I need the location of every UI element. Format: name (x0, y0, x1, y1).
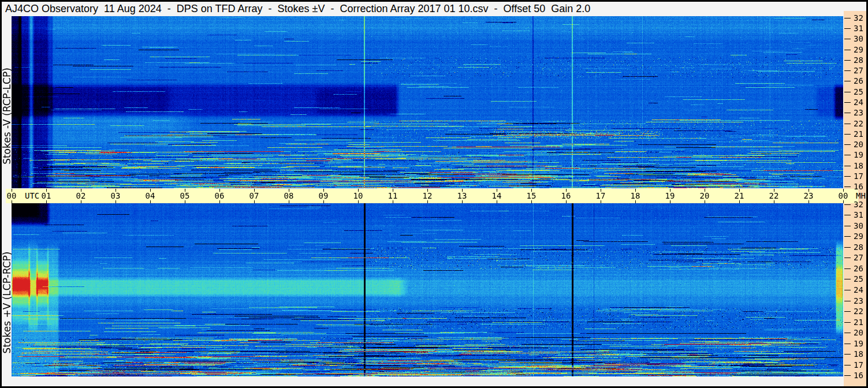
time-tick (705, 200, 705, 203)
freq-tick-label: 30 (854, 34, 867, 43)
freq-tick-label: 23 (854, 296, 867, 305)
freq-tick-label: 21 (854, 318, 867, 327)
freq-tick (844, 39, 851, 39)
freq-tick-label: 18 (854, 161, 867, 170)
freq-tick (844, 50, 851, 50)
freq-tick-label: 18 (854, 349, 867, 359)
time-tick-label: 11 (382, 191, 403, 200)
time-tick-label: 19 (660, 191, 680, 200)
freq-tick (844, 344, 851, 344)
time-tick (150, 200, 151, 203)
time-tick (739, 200, 740, 203)
time-tick-label: 16 (556, 191, 576, 200)
time-tick-label: 00 (833, 191, 854, 200)
freq-tick (844, 226, 851, 226)
spectrogram-canvas-stokes-posV (12, 203, 843, 376)
freq-tick-label: 26 (854, 76, 867, 85)
freq-tick (844, 268, 851, 269)
spectrograph-app-frame: AJ4CO Observatory 11 Aug 2024 - DPS on T… (0, 0, 868, 388)
page-title: AJ4CO Observatory 11 Aug 2024 - DPS on T… (5, 3, 590, 15)
freq-tick-label: 16 (854, 182, 867, 191)
freq-tick-label: 24 (854, 285, 867, 294)
time-tick-label: 02 (70, 191, 91, 200)
freq-tick-label: 21 (854, 129, 867, 139)
freq-tick-label: 32 (854, 13, 867, 23)
time-tick-label: 22 (763, 191, 784, 200)
freq-tick (844, 176, 851, 177)
panel-label-stokes-posV: Stokes +V (LCP-RCP) (1, 252, 13, 354)
time-tick (254, 200, 255, 203)
freq-tick (844, 375, 851, 376)
freq-tick-label: 32 (854, 200, 867, 209)
time-tick (635, 200, 636, 203)
time-tick (323, 200, 324, 203)
time-tick-label: 03 (105, 191, 126, 200)
time-tick-label: 18 (625, 191, 646, 200)
freq-tick-label: 29 (854, 232, 867, 241)
freq-tick (844, 236, 851, 237)
time-tick-label: 20 (694, 191, 715, 200)
time-tick-label: 09 (313, 191, 334, 200)
freq-tick (844, 258, 851, 258)
freq-tick (844, 311, 851, 312)
freq-tick (844, 365, 851, 365)
time-tick-label: 01 (36, 191, 57, 200)
freq-tick-label: 25 (854, 87, 867, 96)
freq-tick-label: 17 (854, 171, 867, 181)
time-tick-label: 15 (521, 191, 542, 200)
freq-tick-label: 19 (854, 339, 867, 348)
time-tick (774, 200, 774, 203)
time-tick (358, 200, 359, 203)
freq-tick (844, 28, 851, 29)
time-tick-label: 08 (278, 191, 299, 200)
time-tick-label: 10 (348, 191, 368, 200)
freq-tick-label: 29 (854, 45, 867, 54)
freq-tick (844, 204, 851, 205)
freq-tick (844, 60, 851, 61)
freq-tick (844, 290, 851, 290)
freq-tick-label: 23 (854, 108, 867, 117)
freq-tick-label: 25 (854, 274, 867, 283)
time-tick-label: 04 (140, 191, 161, 200)
freq-tick (844, 301, 851, 301)
freq-tick (844, 92, 851, 92)
freq-tick (844, 113, 851, 113)
time-tick-label: 13 (452, 191, 472, 200)
freq-tick-label: 22 (854, 119, 867, 128)
freq-tick (844, 102, 851, 103)
time-tick (670, 200, 670, 203)
freq-tick-label: 30 (854, 221, 867, 230)
time-tick (843, 200, 844, 203)
freq-tick-label: 31 (854, 24, 867, 33)
time-tick-label: 21 (729, 191, 750, 200)
mhz-unit-label: MHz (856, 191, 868, 200)
time-tick (427, 200, 428, 203)
freq-tick-label: 28 (854, 242, 867, 252)
panel-label-stokes-negV: Stokes -V (RCP-LCP) (1, 68, 13, 165)
freq-tick (844, 333, 851, 333)
time-tick (185, 200, 185, 203)
time-tick-label: 07 (244, 191, 265, 200)
freq-tick (844, 18, 851, 18)
freq-tick (844, 279, 851, 279)
freq-tick (844, 322, 851, 323)
time-tick-label: 05 (174, 191, 195, 200)
time-tick (531, 200, 532, 203)
freq-tick-label: 20 (854, 140, 867, 149)
time-tick (289, 200, 289, 203)
freq-tick-label: 31 (854, 210, 867, 219)
time-tick (601, 200, 601, 203)
time-tick-label: 17 (590, 191, 611, 200)
time-tick (497, 200, 497, 203)
freq-tick (844, 354, 851, 355)
time-tick (393, 200, 393, 203)
freq-tick-label: 22 (854, 307, 867, 316)
time-tick (462, 200, 463, 203)
freq-tick-label: 19 (854, 150, 867, 159)
freq-tick (844, 70, 851, 71)
freq-tick (844, 166, 851, 166)
freq-tick (844, 186, 851, 187)
freq-tick-label: 24 (854, 98, 867, 107)
freq-tick-label: 16 (854, 371, 867, 380)
freq-tick-label: 28 (854, 55, 867, 65)
